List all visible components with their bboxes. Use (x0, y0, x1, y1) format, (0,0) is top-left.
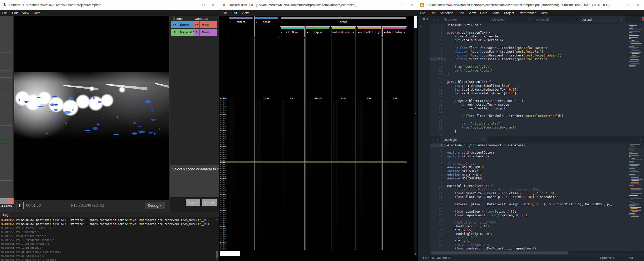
track-cell[interactable]: --- (229, 99, 253, 101)
track-cell[interactable]: --- (306, 208, 330, 210)
maximize-icon[interactable]: □ (202, 3, 204, 7)
track-cell[interactable]: --- (229, 138, 253, 140)
track-cell[interactable]: --- (383, 156, 407, 158)
track-cell[interactable]: --- (280, 230, 304, 232)
track-cell[interactable]: --- (331, 228, 356, 230)
track-cell[interactable]: --- (357, 117, 381, 119)
track-cell[interactable]: --- (229, 190, 253, 192)
track-cell[interactable]: --- (306, 101, 330, 103)
track-cell[interactable]: --- (306, 184, 330, 186)
track-cell[interactable]: --- (357, 244, 381, 246)
track-cell[interactable]: --- (280, 210, 304, 212)
track-cell[interactable]: --- (357, 176, 381, 178)
track-cell[interactable]: --- (331, 148, 356, 150)
track-cell[interactable]: --- (229, 150, 253, 152)
track-cell[interactable]: --- (357, 242, 381, 244)
track-cell[interactable]: --- (280, 105, 304, 107)
track-cell[interactable]: --- (383, 160, 407, 162)
track-cell[interactable]: --- (357, 202, 381, 204)
track-cell[interactable]: --- (331, 117, 356, 119)
track-cell[interactable]: --- (280, 144, 304, 146)
track-cell[interactable]: --- (255, 150, 279, 152)
track-cell[interactable]: --- (331, 238, 356, 240)
track-cell[interactable]: --- (255, 170, 279, 172)
track-header-clipFar[interactable]: ◀clipFar (306, 26, 330, 37)
track-cell[interactable]: --- (280, 119, 304, 121)
track-cell[interactable]: --- (280, 134, 304, 136)
tracker-vscrollbar-thumb[interactable] (414, 16, 417, 28)
maximize-icon[interactable]: □ (401, 3, 403, 7)
track-cell[interactable]: --- (255, 192, 279, 194)
track-cell[interactable]: --- (255, 160, 279, 162)
track-cell[interactable]: --- (255, 232, 279, 234)
track-cell[interactable]: --- (383, 117, 407, 119)
track-cell[interactable]: --- (357, 142, 381, 144)
tab-overflow-icon[interactable]: ⋮ (639, 136, 644, 143)
track-cell[interactable]: --- (280, 166, 304, 168)
track-cell[interactable]: --- (383, 176, 407, 178)
track-cell[interactable]: --- (255, 125, 279, 127)
track-cell[interactable]: --- (280, 190, 304, 192)
track-cell[interactable]: --- (383, 113, 407, 115)
track-cell[interactable]: --- (280, 146, 304, 148)
track-cell[interactable]: --- (255, 200, 279, 202)
track-cell[interactable]: --- (255, 214, 279, 216)
track-cell[interactable]: --- (383, 228, 407, 230)
track-cell[interactable]: --- (331, 172, 356, 174)
tab-scroll-right-icon[interactable]: › (437, 18, 438, 22)
track-cell[interactable]: --- (331, 164, 356, 166)
track-column-scene[interactable]: 0.00------------------------------------… (254, 38, 279, 250)
menu-item-file[interactable]: File (0, 11, 10, 15)
track-cell[interactable]: --- (280, 248, 304, 250)
track-cell[interactable]: --- (331, 136, 356, 138)
track-cell[interactable]: --- (229, 132, 253, 134)
track-cell[interactable]: --- (331, 226, 356, 228)
track-cell[interactable]: --- (357, 196, 381, 198)
track-cell[interactable]: --- (331, 188, 356, 190)
track-cell[interactable]: --- (306, 138, 330, 140)
track-cell[interactable]: --- (357, 232, 381, 234)
track-cell[interactable]: --- (255, 117, 279, 119)
track-cell[interactable]: --- (357, 212, 381, 214)
track-cell[interactable]: --- (357, 101, 381, 103)
track-cell[interactable]: --- (383, 109, 407, 111)
track-cell[interactable]: --- (280, 194, 304, 196)
track-cell[interactable]: --- (331, 140, 356, 142)
track-cell[interactable]: --- (331, 214, 356, 216)
track-cell[interactable]: --- (306, 178, 330, 180)
track-cell[interactable]: --- (255, 240, 279, 242)
track-cell[interactable]: --- (280, 196, 304, 198)
track-cell[interactable]: --- (306, 150, 330, 152)
track-cell[interactable]: --- (229, 105, 253, 107)
track-cell[interactable]: --- (331, 182, 356, 184)
track-cell[interactable]: --- (255, 136, 279, 138)
track-cell[interactable]: --- (383, 123, 407, 125)
track-cell[interactable]: --- (331, 158, 356, 160)
track-cell[interactable]: --- (331, 119, 356, 121)
track-cell[interactable]: --- (357, 164, 381, 166)
track-cell[interactable]: --- (357, 226, 381, 228)
track-cell[interactable]: --- (331, 230, 356, 232)
track-cell[interactable]: --- (331, 216, 356, 218)
track-cell[interactable]: --- (255, 146, 279, 148)
track-cell[interactable]: --- (229, 198, 253, 200)
track-cell[interactable]: --- (280, 125, 304, 127)
track-cell[interactable]: --- (331, 232, 356, 234)
tracker-vscrollbar[interactable]: ••• ••• (414, 16, 417, 255)
track-cell[interactable]: --- (357, 206, 381, 208)
track-cell[interactable]: --- (280, 158, 304, 160)
track-cell[interactable]: --- (229, 222, 253, 224)
track-cell[interactable]: --- (331, 186, 356, 188)
track-cell[interactable]: --- (280, 232, 304, 234)
track-cell[interactable]: --- (331, 242, 356, 244)
track-cell[interactable]: --- (255, 119, 279, 121)
track-cell[interactable]: --- (383, 212, 407, 214)
track-cell[interactable]: --- (331, 240, 356, 242)
menu-item-selection[interactable]: Selection (437, 11, 455, 15)
track-cell[interactable]: --- (255, 222, 279, 224)
track-cell[interactable]: --- (383, 121, 407, 123)
tab-scene.glsl[interactable]: scene.glsl× (441, 136, 487, 143)
track-cell[interactable]: 0.00 (255, 97, 279, 99)
track-cell[interactable]: --- (229, 182, 253, 184)
track-cell[interactable]: --- (280, 222, 304, 224)
